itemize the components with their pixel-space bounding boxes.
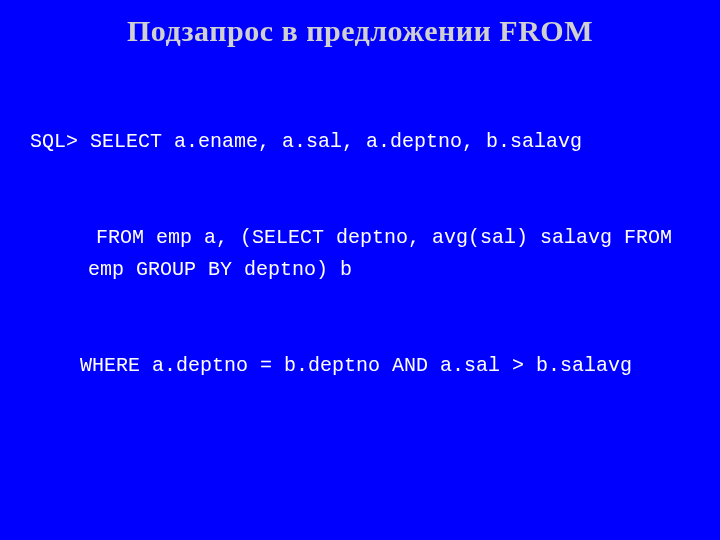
sql-from-line: FROM emp a, (SELECT deptno, avg(sal) sal…: [30, 222, 690, 286]
slide: Подзапрос в предложении FROM SQL> SELECT…: [0, 0, 720, 540]
sql-where-line: WHERE a.deptno = b.deptno AND a.sal > b.…: [30, 350, 690, 382]
blank-line: [30, 446, 690, 478]
sql-select-line: SQL> SELECT a.ename, a.sal, a.deptno, b.…: [30, 126, 690, 158]
slide-title: Подзапрос в предложении FROM: [30, 14, 690, 48]
code-block: SQL> SELECT a.ename, a.sal, a.deptno, b.…: [30, 62, 690, 540]
